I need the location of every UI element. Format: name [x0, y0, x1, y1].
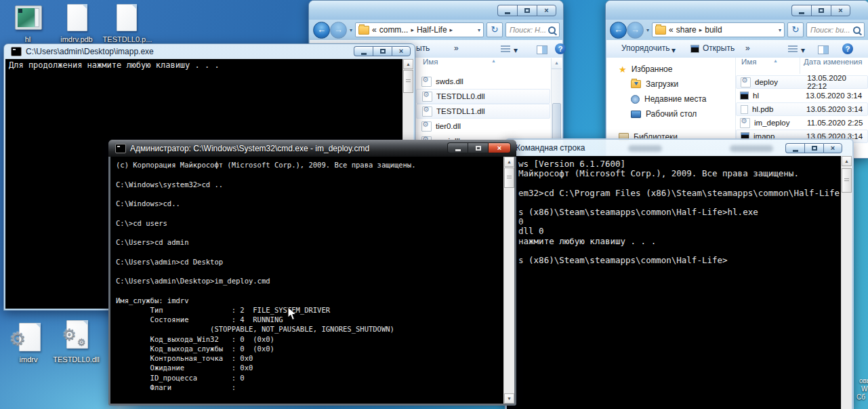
views-icon[interactable] — [788, 45, 798, 53]
explorer1-titlebar[interactable]: × — [309, 1, 563, 20]
history-caret-icon[interactable]: ▾ — [646, 27, 649, 33]
minimize-button[interactable] — [791, 5, 811, 16]
scrollbar[interactable]: ▲ — [841, 156, 852, 409]
file-row[interactable]: hl 13.05.2020 3:14 — [736, 89, 868, 102]
sort-ascending-icon[interactable]: ▲ — [773, 58, 778, 63]
column-header-date[interactable]: Дата изменения — [804, 58, 862, 74]
scroll-up-icon[interactable]: ▲ — [403, 59, 413, 69]
close-button[interactable]: × — [488, 142, 511, 153]
scrollbar-thumb[interactable] — [842, 168, 852, 193]
breadcrumb-crumb[interactable]: comm... — [379, 25, 409, 35]
file-row[interactable]: ⚙ swds.dll — [416, 74, 550, 89]
crumb-arrow-icon[interactable]: ▸ — [450, 26, 453, 33]
breadcrumb-crumb[interactable]: Half-Life — [417, 25, 447, 35]
star-icon: ★ — [619, 64, 627, 75]
minimize-button[interactable] — [785, 143, 804, 153]
open-button-fragment[interactable]: ыть — [416, 43, 430, 53]
forward-icon: → — [334, 24, 343, 35]
sidebar-item-recent[interactable]: Недавние места — [631, 93, 706, 105]
recent-places-icon — [631, 95, 640, 104]
desktop-label-testdll0-p[interactable]: TESTDLL0.p... — [102, 35, 152, 43]
organize-button[interactable]: Упорядочить — [621, 43, 669, 53]
desktop-icon-hl[interactable] — [15, 5, 42, 30]
breadcrumb-chevron[interactable]: « — [372, 25, 377, 35]
gear-icon: ⚙ — [741, 117, 747, 125]
desktop-icon-imdrv-pdb[interactable] — [67, 4, 87, 31]
minimize-button[interactable] — [497, 5, 517, 16]
sidebar-item-downloads[interactable]: Загрузки — [631, 78, 678, 90]
maximize-button[interactable] — [468, 142, 488, 153]
breadcrumb-crumb[interactable]: share — [676, 25, 697, 35]
scroll-up-icon[interactable]: ▲ — [552, 58, 562, 69]
preview-pane-icon[interactable] — [537, 45, 547, 54]
scrollbar-thumb[interactable] — [504, 168, 514, 188]
close-button[interactable]: × — [831, 5, 850, 16]
breadcrumb-crumb[interactable]: build — [705, 25, 722, 35]
scrollbar[interactable]: ▲ — [551, 58, 562, 147]
minimize-button[interactable] — [447, 142, 468, 153]
close-button[interactable]: × — [392, 46, 411, 56]
desktop-label-imdrv-pdb[interactable]: imdrv.pdb — [53, 35, 100, 43]
back-button[interactable]: ← — [313, 22, 330, 39]
breadcrumb-chevron[interactable]: « — [669, 25, 674, 35]
views-caret-icon[interactable]: ▾ — [801, 45, 805, 55]
history-caret-icon[interactable]: ▾ — [350, 27, 352, 33]
close-button[interactable]: × — [823, 143, 842, 153]
address-bar[interactable]: « comm... ▸ Half-Life ▸ ▾ — [355, 22, 484, 37]
open-button[interactable]: Открыть — [703, 43, 735, 53]
refresh-button[interactable]: ↻ — [487, 22, 503, 37]
address-dropdown-icon[interactable]: ▾ — [779, 27, 781, 33]
scroll-up-icon[interactable]: ▲ — [504, 157, 514, 167]
back-button[interactable]: ← — [610, 22, 627, 39]
address-bar[interactable]: « share ▸ build ▾ — [652, 22, 785, 37]
scroll-up-icon[interactable]: ▲ — [842, 156, 852, 166]
desktop-label-hl[interactable]: hl — [4, 35, 51, 43]
cmd-admin-titlebar[interactable]: Администратор: C:\Windows\System32\cmd.e… — [108, 140, 516, 157]
address-dropdown-icon[interactable]: ▾ — [478, 27, 480, 33]
views-icon[interactable] — [501, 45, 510, 53]
help-button[interactable]: ? — [842, 43, 853, 54]
minimize-button[interactable] — [354, 46, 373, 56]
scrollbar[interactable]: ▲ ▼ — [503, 157, 514, 404]
forward-button[interactable]: → — [330, 22, 347, 39]
file-row[interactable]: ⚙ im_deploy 11.05.2020 2:25 — [736, 116, 868, 130]
maximize-button[interactable] — [517, 5, 537, 16]
search-input[interactable]: Поиск: H... — [505, 22, 560, 37]
scroll-down-icon[interactable]: ▼ — [504, 393, 514, 404]
sidebar-item-desktop[interactable]: Рабочий стол — [631, 108, 697, 120]
column-divider[interactable] — [800, 58, 800, 74]
toolbar-more-button[interactable]: » — [454, 43, 459, 53]
cmd-prompt-titlebar[interactable]: Командная строка × — [506, 140, 852, 156]
file-row[interactable]: hl.pdb 13.05.2020 3:14 — [736, 102, 868, 116]
toolbar-more-button[interactable]: » — [745, 43, 750, 53]
refresh-button[interactable]: ↻ — [787, 22, 804, 37]
file-row[interactable]: ⚙ deploy 13.05.2020 22:12 — [736, 75, 868, 89]
scrollbar-thumb[interactable] — [552, 103, 561, 144]
crumb-arrow-icon[interactable]: ▸ — [411, 26, 414, 33]
window-title: Администратор: C:\Windows\System32\cmd.e… — [130, 144, 369, 153]
desktop-icon-testdll0-p[interactable] — [117, 4, 137, 31]
search-input[interactable]: Поиск: bu... — [806, 22, 865, 37]
desktop-label-imdrv[interactable]: imdrv — [5, 355, 52, 364]
sort-ascending-icon[interactable]: ▲ — [491, 58, 496, 63]
crumb-arrow-icon[interactable]: ▸ — [699, 26, 703, 33]
explorer2-titlebar[interactable]: × — [606, 1, 868, 20]
forward-button[interactable]: → — [627, 22, 644, 39]
views-caret-icon[interactable]: ▾ — [514, 45, 518, 55]
column-header-name[interactable]: Имя — [423, 58, 438, 74]
maximize-button[interactable] — [373, 46, 392, 56]
scrollbar-thumb[interactable] — [403, 70, 413, 93]
help-button[interactable]: ? — [555, 43, 566, 54]
close-button[interactable]: × — [537, 5, 556, 16]
desktop-label-testdll0-dll[interactable]: TESTDLL0.dll — [51, 355, 102, 364]
organize-caret-icon[interactable]: ▾ — [671, 45, 676, 55]
file-row[interactable]: ⚙ tier0.dll — [416, 119, 550, 134]
sidebar-item-favorites[interactable]: ★ Избранное — [619, 63, 672, 75]
file-row[interactable]: ⚙ TESTDLL0.dll — [416, 89, 550, 104]
maximize-button[interactable] — [804, 143, 823, 153]
file-row[interactable]: ⚙ TESTDLL1.dll — [416, 104, 550, 119]
column-header-name[interactable]: Имя — [741, 58, 756, 74]
imapp-titlebar[interactable]: C:\Users\admin\Desktop\imapp.exe × — [4, 44, 415, 59]
preview-pane-icon[interactable] — [818, 45, 829, 54]
maximize-button[interactable] — [811, 5, 831, 16]
